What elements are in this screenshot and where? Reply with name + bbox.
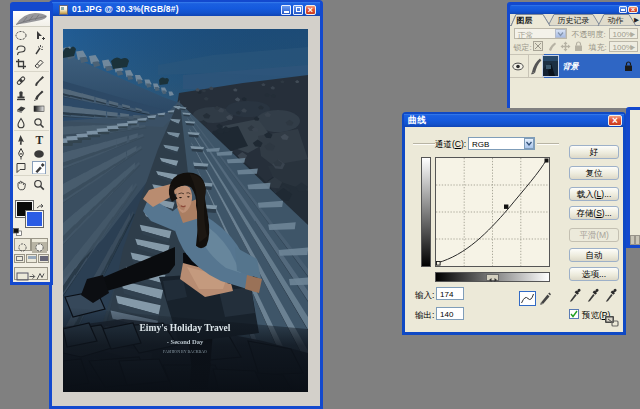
svg-text:FASHION BY BACKBAO: FASHION BY BACKBAO [163, 349, 207, 354]
svg-text:T: T [36, 134, 44, 146]
svg-text:Eimy's Holiday Travel: Eimy's Holiday Travel [140, 323, 231, 333]
svg-text:- Second Day: - Second Day [167, 338, 204, 345]
